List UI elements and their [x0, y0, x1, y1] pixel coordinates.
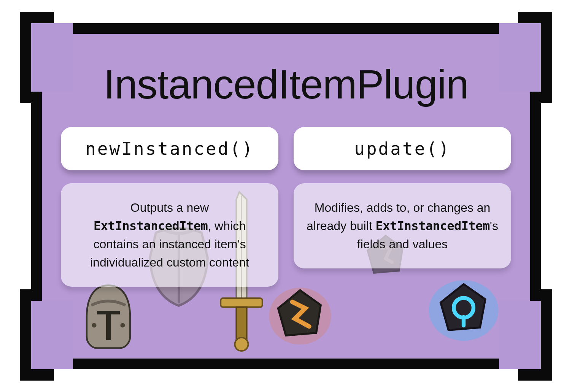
corner-bracket-bottom-right — [499, 301, 541, 369]
svg-point-11 — [454, 298, 473, 317]
method-new-instanced-description: Outputs a new ExtInstancedItem, which co… — [61, 183, 278, 287]
plugin-card: InstancedItemPlugin newInstanced() Outpu… — [31, 23, 541, 369]
desc-text: Outputs a new — [130, 201, 209, 214]
svg-rect-1 — [106, 314, 111, 340]
svg-point-9 — [269, 287, 331, 344]
code-ext-instanced-item: ExtInstancedItem — [376, 219, 490, 233]
svg-rect-0 — [97, 311, 120, 314]
code-ext-instanced-item: ExtInstancedItem — [94, 219, 208, 233]
method-update-description: Modifies, adds to, or changes an already… — [294, 183, 511, 268]
helmet-icon — [80, 282, 137, 351]
corner-bracket-bottom-left — [31, 301, 73, 369]
method-column-left: newInstanced() Outputs a new ExtInstance… — [61, 127, 278, 287]
method-column-right: update() Modifies, adds to, or changes a… — [294, 127, 511, 287]
plugin-title: InstancedItemPlugin — [61, 60, 511, 108]
method-update: update() — [294, 127, 511, 170]
rune-orange-icon — [268, 282, 332, 347]
svg-rect-7 — [236, 307, 246, 340]
method-new-instanced: newInstanced() — [61, 127, 278, 170]
svg-point-8 — [235, 337, 248, 351]
svg-point-2 — [92, 323, 97, 327]
svg-rect-6 — [221, 298, 262, 307]
methods-row: newInstanced() Outputs a new ExtInstance… — [61, 127, 511, 287]
svg-point-3 — [121, 323, 125, 327]
svg-point-10 — [429, 280, 498, 341]
